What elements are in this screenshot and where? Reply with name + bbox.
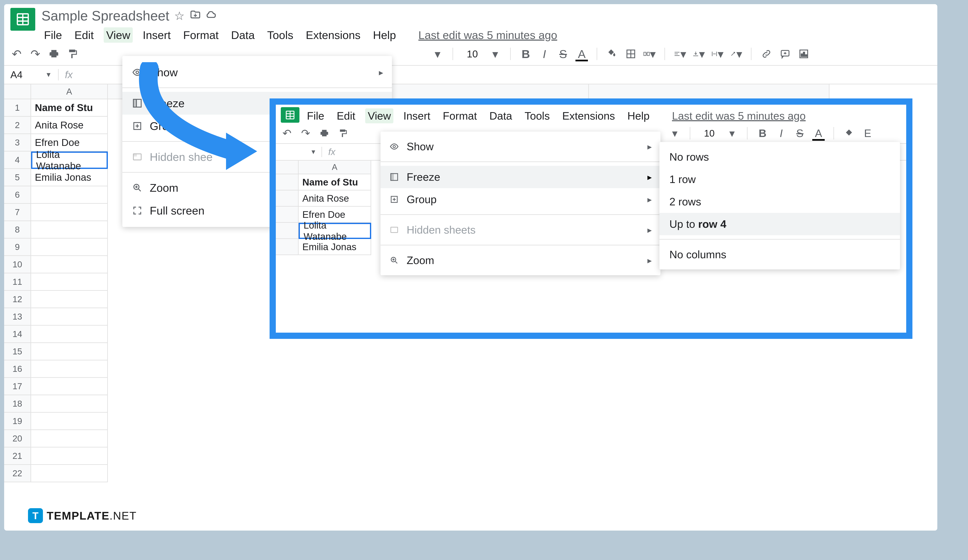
cell[interactable] — [31, 325, 108, 343]
menu-data[interactable]: Data — [229, 27, 257, 43]
font-size[interactable]: 10 — [699, 128, 719, 139]
italic-icon[interactable]: I — [775, 127, 787, 139]
undo-icon[interactable]: ↶ — [10, 48, 23, 60]
menu-tools[interactable]: Tools — [265, 27, 296, 43]
row-hdr[interactable] — [276, 174, 298, 190]
star-icon[interactable]: ☆ — [174, 9, 184, 23]
halign-icon[interactable]: ▾ — [674, 48, 686, 60]
view-zoom[interactable]: Zoom▸ — [381, 249, 660, 271]
menu-extensions[interactable]: Extensions — [303, 27, 363, 43]
cell[interactable] — [31, 465, 108, 482]
cell[interactable] — [31, 395, 108, 413]
undo-icon[interactable]: ↶ — [281, 127, 293, 139]
sheets-logo-icon[interactable] — [281, 107, 300, 123]
menu-extensions[interactable]: Extensions — [560, 108, 617, 123]
comment-icon[interactable] — [779, 48, 791, 60]
row-hdr[interactable]: 8 — [4, 221, 31, 239]
freeze-no-rows[interactable]: No rows — [660, 146, 900, 168]
cell[interactable] — [31, 343, 108, 360]
menu-edit[interactable]: Edit — [334, 108, 358, 123]
row-hdr[interactable]: 7 — [4, 204, 31, 221]
cell[interactable] — [31, 273, 108, 291]
text-color-icon[interactable]: A — [575, 48, 588, 60]
cell[interactable] — [31, 308, 108, 325]
menu-view[interactable]: View — [104, 27, 133, 43]
rotate-icon[interactable]: ▾ — [730, 48, 742, 60]
row-hdr[interactable]: 13 — [4, 308, 31, 325]
row-hdr[interactable]: 1 — [4, 99, 31, 117]
last-edit-link[interactable]: Last edit was 5 minutes ago — [672, 110, 806, 122]
menu-help[interactable]: Help — [625, 108, 652, 123]
menu-insert[interactable]: Insert — [140, 27, 173, 43]
cell[interactable] — [31, 186, 108, 204]
row-hdr[interactable] — [276, 239, 298, 255]
paint-format-icon[interactable] — [337, 127, 349, 139]
menu-view[interactable]: View — [365, 108, 393, 123]
move-icon[interactable] — [189, 9, 201, 23]
merge-icon[interactable]: ▾ — [643, 48, 656, 60]
cell[interactable] — [31, 413, 108, 430]
row-hdr[interactable]: 9 — [4, 239, 31, 256]
cell-ref-box[interactable]: A4▼ — [4, 69, 58, 81]
cell-a1[interactable]: Name of Stu — [31, 99, 108, 117]
cell-a2[interactable]: Anita Rose — [31, 117, 108, 134]
menu-file[interactable]: File — [41, 27, 65, 43]
valign-icon[interactable]: ▾ — [693, 48, 705, 60]
text-color-icon[interactable]: A — [812, 127, 825, 139]
bold-icon[interactable]: B — [756, 127, 769, 139]
cloud-icon[interactable] — [206, 9, 218, 23]
zoom-dropdown[interactable]: ▾ — [431, 48, 444, 60]
redo-icon[interactable]: ↷ — [29, 48, 41, 60]
font-size[interactable]: 10 — [462, 48, 483, 60]
row-hdr[interactable]: 3 — [4, 134, 31, 152]
row-hdr[interactable]: 2 — [4, 117, 31, 134]
cell[interactable] — [31, 430, 108, 448]
col-hdr-a[interactable]: A — [298, 160, 371, 174]
menu-help[interactable]: Help — [371, 27, 399, 43]
row-hdr[interactable]: 21 — [4, 448, 31, 465]
view-show[interactable]: Show▸ — [123, 61, 392, 84]
row-hdr[interactable]: 15 — [4, 343, 31, 360]
borders-icon[interactable] — [625, 48, 637, 60]
row-hdr[interactable]: 22 — [4, 465, 31, 482]
cell[interactable] — [31, 256, 108, 273]
redo-icon[interactable]: ↷ — [300, 127, 312, 139]
menu-tools[interactable]: Tools — [522, 108, 552, 123]
row-hdr[interactable]: 12 — [4, 291, 31, 308]
paint-format-icon[interactable] — [66, 48, 79, 60]
cell-a5[interactable]: Emilia Jonas — [298, 239, 371, 255]
menu-file[interactable]: File — [304, 108, 327, 123]
cell[interactable] — [31, 221, 108, 239]
row-hdr[interactable]: 20 — [4, 430, 31, 448]
freeze-no-columns[interactable]: No columns — [660, 243, 900, 266]
row-hdr[interactable] — [276, 223, 298, 239]
view-show[interactable]: Show▸ — [381, 135, 660, 158]
row-hdr[interactable]: 6 — [4, 186, 31, 204]
freeze-1-row[interactable]: 1 row — [660, 168, 900, 190]
cell[interactable] — [31, 378, 108, 395]
row-hdr[interactable] — [276, 206, 298, 223]
doc-title[interactable]: Sample Spreadsheet — [41, 8, 169, 24]
print-icon[interactable] — [318, 127, 331, 139]
italic-icon[interactable]: I — [538, 48, 550, 60]
freeze-2-rows[interactable]: 2 rows — [660, 190, 900, 213]
cell[interactable] — [31, 448, 108, 465]
menu-data[interactable]: Data — [487, 108, 515, 123]
font-size-dropdown-icon[interactable]: ▾ — [489, 48, 501, 60]
wrap-icon[interactable]: ▾ — [711, 48, 724, 60]
cell[interactable] — [31, 204, 108, 221]
cell-a4[interactable]: Lolita Watanabe — [31, 152, 108, 169]
row-hdr[interactable]: 14 — [4, 325, 31, 343]
view-freeze[interactable]: Freeze▸ — [381, 166, 660, 188]
freeze-up-to-row[interactable]: Up to row 4 — [660, 213, 900, 235]
cell-ref-box[interactable]: ▼ — [276, 149, 322, 155]
col-hdr-a[interactable]: A — [31, 84, 108, 99]
chart-icon[interactable] — [797, 48, 810, 60]
row-hdr[interactable]: 17 — [4, 378, 31, 395]
row-hdr[interactable]: 16 — [4, 360, 31, 378]
print-icon[interactable] — [48, 48, 60, 60]
row-hdr[interactable]: 10 — [4, 256, 31, 273]
menu-format[interactable]: Format — [440, 108, 479, 123]
cell-a4[interactable]: Lolita Watanabe — [298, 223, 371, 239]
link-icon[interactable] — [760, 48, 772, 60]
